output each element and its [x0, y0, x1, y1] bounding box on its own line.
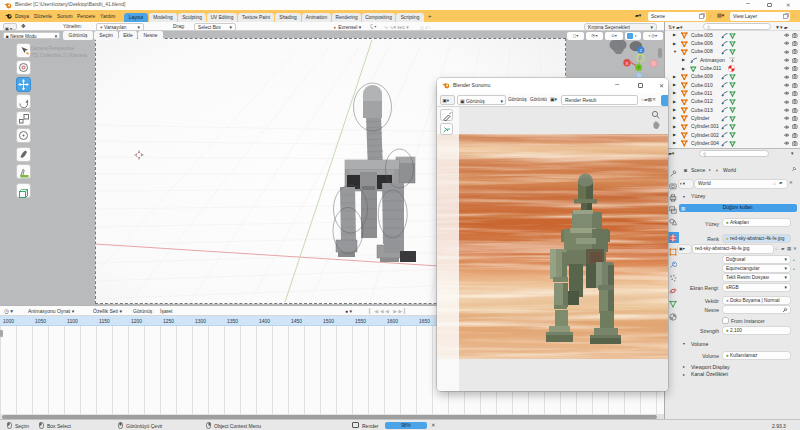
svg-text:Y: Y: [637, 65, 640, 70]
svg-text:Z: Z: [640, 48, 643, 53]
svg-text:X: X: [626, 61, 629, 66]
